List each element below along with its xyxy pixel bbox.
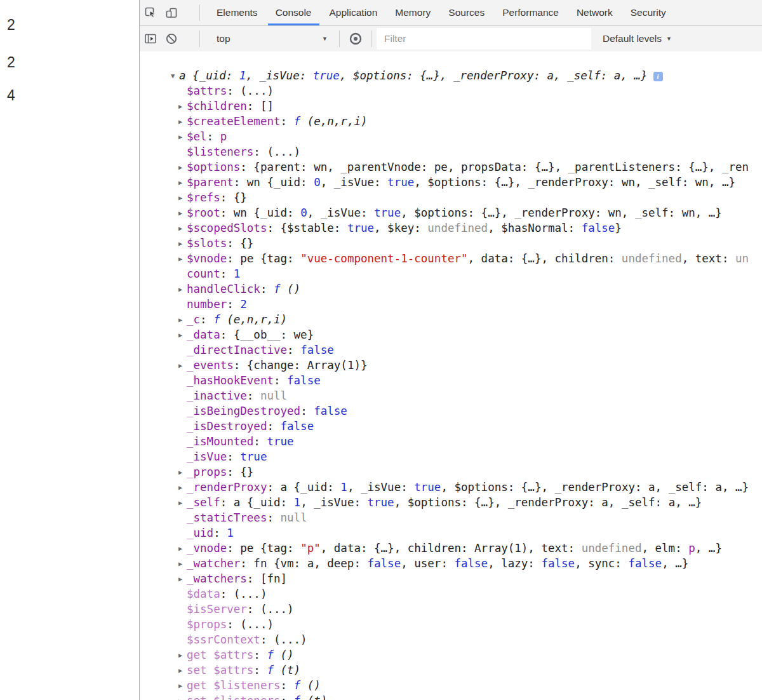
log-levels-dropdown[interactable]: Default levels ▼ (603, 33, 672, 44)
console-row: _hasHookEvent: false (140, 373, 762, 388)
console-row[interactable]: ▶$slots: {} (140, 236, 762, 251)
console-row[interactable]: ▶set $listeners: f (t) (140, 693, 762, 700)
expand-arrow-icon[interactable]: ▶ (178, 647, 187, 663)
property-name: _data (187, 328, 220, 341)
console-row[interactable]: ▶$refs: {} (140, 190, 762, 205)
property-value: undefined (582, 542, 642, 555)
property-name: get $attrs (187, 649, 253, 661)
expand-arrow-icon[interactable]: ▶ (178, 495, 187, 510)
expand-arrow-icon[interactable]: ▶ (178, 220, 187, 236)
property-value: , $options: {…}, _renderProxy: wn, _self… (414, 176, 735, 189)
console-row: _inactive: null (140, 388, 762, 403)
expand-arrow-icon[interactable]: ▶ (178, 571, 187, 586)
toggle-device-toolbar-button[interactable] (161, 0, 182, 25)
expand-arrow-icon[interactable]: ▶ (178, 281, 187, 297)
expand-arrow-icon[interactable]: ▶ (178, 358, 187, 373)
clear-console-button[interactable] (161, 26, 182, 51)
tab-console[interactable]: Console (267, 0, 321, 25)
tab-application[interactable]: Application (321, 0, 387, 25)
property-value: false (541, 557, 575, 570)
property-value: : (281, 694, 294, 700)
console-row[interactable]: ▶$scopedSlots: {$stable: true, $key: und… (140, 220, 762, 236)
expand-arrow-icon[interactable]: ▶ (178, 236, 187, 251)
property-value: false (300, 344, 334, 356)
expand-arrow-icon[interactable]: ▶ (178, 205, 187, 220)
javascript-context-dropdown[interactable]: top ▼ (200, 26, 339, 51)
console-row[interactable]: ▼a {_uid: 1, _isVue: true, $options: {…}… (140, 68, 762, 83)
console-row[interactable]: ▶_events: {change: Array(1)} (140, 358, 762, 373)
expand-arrow-icon[interactable]: ▶ (178, 175, 187, 190)
inspect-element-button[interactable] (140, 0, 161, 25)
tab-security[interactable]: Security (622, 0, 675, 25)
console-row[interactable]: ▶$root: wn {_uid: 0, _isVue: true, $opti… (140, 205, 762, 220)
expand-arrow-icon[interactable]: ▶ (178, 129, 187, 144)
expand-arrow-icon[interactable]: ▶ (178, 251, 187, 266)
property-value: true (368, 496, 394, 509)
expand-arrow-icon[interactable]: ▶ (178, 541, 187, 556)
show-console-sidebar-button[interactable] (140, 26, 161, 51)
console-row[interactable]: ▶_watchers: [fn] (140, 571, 762, 586)
console-row[interactable]: ▶get $listeners: f () (140, 678, 762, 693)
expand-arrow-icon[interactable]: ▶ (178, 327, 187, 342)
property-name: $props (187, 618, 227, 631)
console-toolbar: top ▼ Default levels ▼ (140, 26, 762, 52)
tab-elements[interactable]: Elements (208, 0, 267, 25)
console-row[interactable]: ▶$el: p (140, 129, 762, 144)
property-value: : (260, 283, 274, 295)
console-row[interactable]: ▶set $attrs: f (t) (140, 663, 762, 678)
expand-arrow-icon[interactable]: ▶ (178, 114, 187, 129)
expand-arrow-icon[interactable]: ▶ (178, 693, 187, 700)
property-value: (t) (274, 664, 300, 676)
console-row[interactable]: ▶_vnode: pe {tag: "p", data: {…}, childr… (140, 541, 762, 556)
console-row[interactable]: ▶$children: [] (140, 98, 762, 114)
property-value: : (253, 435, 267, 448)
expand-arrow-icon[interactable]: ▶ (178, 98, 187, 114)
info-icon[interactable]: i (653, 72, 663, 81)
property-name: $slots (187, 237, 227, 250)
console-row[interactable]: ▶$options: {parent: wn, _parentVnode: pe… (140, 159, 762, 175)
console-row[interactable]: ▶$vnode: pe {tag: "vue-component-1-count… (140, 251, 762, 266)
expand-arrow-icon[interactable]: ▶ (178, 556, 187, 571)
property-value: : wn {_uid: (220, 206, 300, 219)
expand-arrow-icon[interactable]: ▶ (178, 663, 187, 678)
property-name: $parent (187, 176, 234, 189)
console-row[interactable]: ▶get $attrs: f () (140, 647, 762, 663)
property-name: _directInactive (187, 344, 287, 356)
expand-arrow-icon[interactable]: ▶ (178, 464, 187, 480)
property-name: _c (187, 313, 200, 326)
property-value: undefined (622, 252, 682, 265)
expand-arrow-icon[interactable]: ▶ (178, 159, 187, 175)
console-row[interactable]: ▶$parent: wn {_uid: 0, _isVue: true, $op… (140, 175, 762, 190)
console-row[interactable]: ▶_data: {__ob__: we} (140, 327, 762, 342)
expand-arrow-icon[interactable]: ▶ (178, 312, 187, 327)
expand-arrow-icon[interactable]: ▶ (178, 480, 187, 495)
property-value: f (294, 115, 301, 128)
expand-arrow-icon[interactable]: ▶ (178, 678, 187, 693)
console-row[interactable]: ▶handleClick: f () (140, 281, 762, 297)
tab-performance[interactable]: Performance (493, 0, 568, 25)
console-output[interactable]: ▼a {_uid: 1, _isVue: true, $options: {…}… (140, 51, 762, 700)
create-live-expression-button[interactable] (340, 26, 371, 51)
property-value: p (688, 542, 695, 555)
console-row[interactable]: ▶_c: f (e,n,r,i) (140, 312, 762, 327)
property-value: un (735, 252, 749, 265)
tab-sources[interactable]: Sources (439, 0, 493, 25)
property-name: $vnode (187, 252, 227, 265)
console-row[interactable]: ▶_renderProxy: a {_uid: 1, _isVue: true,… (140, 480, 762, 495)
property-value: f (294, 694, 301, 700)
console-row[interactable]: ▶_props: {} (140, 464, 762, 480)
property-value: false (314, 405, 347, 417)
property-value: true (414, 481, 441, 494)
expand-arrow-icon[interactable]: ▶ (178, 190, 187, 205)
property-value: : {} (220, 191, 247, 204)
tab-memory[interactable]: Memory (386, 0, 439, 25)
console-row[interactable]: ▶$createElement: f (e,n,r,i) (140, 114, 762, 129)
clear-console-icon (165, 32, 178, 45)
filter-input[interactable] (377, 28, 591, 50)
console-row[interactable]: ▶_self: a {_uid: 1, _isVue: true, $optio… (140, 495, 762, 510)
property-value: : {change: Array(1)} (234, 359, 368, 372)
tab-network[interactable]: Network (568, 0, 622, 25)
property-value: 1 (294, 496, 301, 509)
console-row[interactable]: ▶_watcher: fn {vm: a, deep: false, user:… (140, 556, 762, 571)
collapse-arrow-icon[interactable]: ▼ (171, 68, 179, 83)
